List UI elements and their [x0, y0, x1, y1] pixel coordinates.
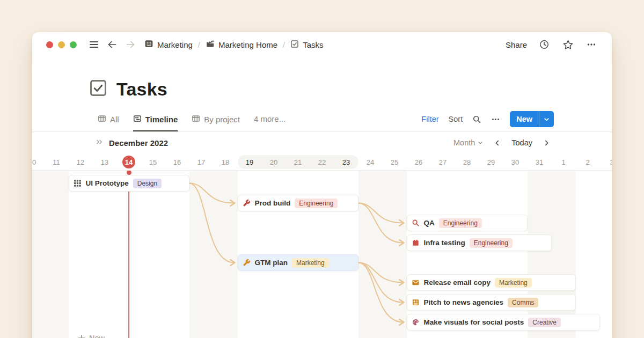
new-button-label[interactable]: New [510, 111, 539, 127]
date-cell: 2 [576, 153, 600, 171]
star-icon[interactable] [561, 38, 574, 51]
prev-month-icon[interactable] [494, 139, 501, 146]
more-views-button[interactable]: 4 more... [254, 114, 286, 131]
date-cell: 3 [600, 153, 612, 171]
task-card-prod-build[interactable]: Prod buildEngineering [238, 195, 358, 211]
weekend-stripe [528, 171, 552, 338]
tab-label: By project [204, 115, 240, 124]
task-label: Release email copy [424, 278, 491, 286]
weekend-stripe [32, 171, 45, 338]
sort-button[interactable]: Sort [449, 115, 463, 123]
date-cell: 21 [286, 153, 310, 171]
today-button[interactable]: Today [511, 138, 532, 147]
weekend-stripe [45, 171, 69, 338]
breadcrumb-item-tasks[interactable]: Tasks [290, 40, 323, 50]
weekend-stripe [552, 171, 576, 338]
weekend-stripe [189, 171, 214, 338]
breadcrumb: Marketing / Marketing Home / Tasks [144, 39, 324, 50]
date-cell-today: 14 [117, 153, 141, 171]
date-cell: 23 [334, 153, 358, 171]
search-icon[interactable] [472, 115, 481, 124]
add-task-label: New [89, 334, 105, 338]
date-cell: 22 [310, 153, 334, 171]
scale-label: Month [453, 138, 475, 147]
expand-chevrons-icon[interactable] [96, 138, 104, 148]
weekend-stripe [358, 171, 383, 338]
window-topbar: Marketing / Marketing Home / Tasks [32, 32, 612, 57]
breadcrumb-item-marketing-home[interactable]: Marketing Home [206, 39, 277, 50]
date-cell: 18 [214, 153, 238, 171]
date-cell: 16 [165, 153, 189, 171]
task-card-make-visuals[interactable]: Make visuals for social postsCreative [407, 314, 600, 330]
more-options-icon[interactable] [585, 38, 598, 51]
wrench-icon [243, 259, 251, 267]
tab-by-project[interactable]: By project [192, 114, 240, 131]
notion-window: Marketing / Marketing Home / Tasks [32, 32, 612, 338]
share-button[interactable]: Share [506, 40, 527, 49]
date-cell: 15 [141, 153, 165, 171]
date-cell: 11 [45, 153, 69, 171]
timeline-body: UI PrototypeDesignProd buildEngineeringQ… [32, 171, 612, 338]
new-dropdown-chevron-icon[interactable] [539, 111, 554, 127]
timeline-header: December 2022 Month Today [32, 132, 612, 153]
view-options-icon[interactable] [491, 115, 500, 124]
task-label: QA [424, 219, 435, 227]
plus-icon [78, 334, 85, 338]
tab-all[interactable]: All [98, 114, 119, 131]
forward-icon[interactable] [124, 38, 137, 51]
clock-icon[interactable] [538, 38, 551, 51]
weekend-stripe [383, 171, 407, 338]
tab-label: Timeline [145, 115, 178, 124]
today-line-dot [127, 171, 131, 175]
minimize-window-button[interactable] [58, 41, 65, 48]
task-card-infra-testing[interactable]: Infra testingEngineering [407, 234, 552, 251]
task-label: Infra testing [424, 239, 465, 247]
timeline-date-row: 1011121314151617181920212223242526272829… [32, 153, 612, 171]
add-task-button[interactable]: New [78, 334, 105, 338]
breadcrumb-label: Marketing Home [218, 40, 277, 49]
task-card-qa[interactable]: QAEngineering [407, 215, 528, 231]
tab-label: All [110, 115, 119, 124]
date-cell: 24 [358, 153, 383, 171]
breadcrumb-separator: / [283, 40, 285, 49]
date-cell: 13 [93, 153, 117, 171]
task-label: GTM plan [255, 259, 288, 267]
magnifier-icon [412, 219, 420, 227]
date-cell: 28 [455, 153, 479, 171]
date-cell: 25 [383, 153, 407, 171]
filter-button[interactable]: Filter [421, 115, 438, 123]
page-header: Tasks [32, 57, 612, 100]
breadcrumb-item-marketing[interactable]: Marketing [144, 39, 193, 50]
task-tag: Marketing [495, 278, 532, 288]
timeline-month-label: December 2022 [109, 138, 168, 148]
new-button[interactable]: New [510, 111, 554, 127]
close-window-button[interactable] [46, 41, 53, 48]
date-cell: 20 [262, 153, 286, 171]
newspaper-icon [412, 298, 420, 306]
back-icon[interactable] [106, 38, 119, 51]
palette-icon [412, 318, 420, 326]
date-cell: 29 [479, 153, 503, 171]
page-checkbox-icon [89, 78, 108, 100]
date-cell: 19 [238, 153, 262, 171]
zoom-window-button[interactable] [70, 41, 77, 48]
task-card-release-email-copy[interactable]: Release email copyMarketing [407, 274, 576, 291]
checkbox-icon [290, 40, 299, 50]
scale-dropdown[interactable]: Month [453, 138, 483, 147]
table-icon [98, 114, 106, 124]
task-tag: Engineering [470, 238, 513, 248]
task-tag: Creative [528, 318, 561, 327]
next-month-icon[interactable] [543, 139, 550, 146]
task-card-gtm-plan[interactable]: GTM planMarketing [238, 254, 358, 271]
page-title: Tasks [116, 79, 167, 100]
task-card-pitch-news[interactable]: Pitch to news agenciesComms [407, 294, 576, 311]
sidebar-toggle-icon[interactable] [87, 38, 100, 51]
page-background: Marketing / Marketing Home / Tasks [0, 0, 644, 338]
clapper-icon [206, 39, 215, 50]
table-icon [192, 114, 200, 124]
tab-timeline[interactable]: Timeline [133, 114, 178, 131]
envelope-icon [412, 278, 420, 286]
task-card-ui-prototype[interactable]: UI PrototypeDesign [69, 175, 189, 192]
date-cell: 27 [431, 153, 455, 171]
breadcrumb-separator: / [198, 40, 200, 49]
